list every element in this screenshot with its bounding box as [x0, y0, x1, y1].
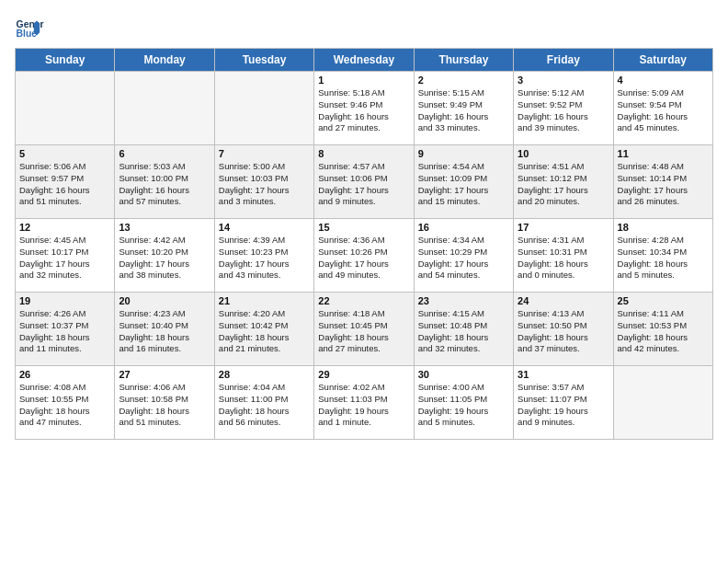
- day-info: Sunrise: 4:11 AM Sunset: 10:53 PM Daylig…: [618, 308, 709, 355]
- day-info: Sunrise: 5:09 AM Sunset: 9:54 PM Dayligh…: [618, 87, 709, 134]
- day-number: 9: [418, 148, 509, 159]
- day-number: 18: [618, 222, 709, 233]
- calendar-cell: [613, 366, 712, 440]
- day-number: 23: [418, 295, 509, 306]
- calendar-cell: 8Sunrise: 4:57 AM Sunset: 10:06 PM Dayli…: [314, 145, 414, 219]
- day-info: Sunrise: 4:39 AM Sunset: 10:23 PM Daylig…: [219, 235, 310, 282]
- day-info: Sunrise: 4:42 AM Sunset: 10:20 PM Daylig…: [119, 235, 210, 282]
- calendar-cell: 10Sunrise: 4:51 AM Sunset: 10:12 PM Dayl…: [514, 145, 613, 219]
- page-header: General Blue: [15, 15, 713, 44]
- day-info: Sunrise: 4:13 AM Sunset: 10:50 PM Daylig…: [518, 308, 609, 355]
- day-number: 1: [318, 75, 409, 86]
- calendar-cell: 22Sunrise: 4:18 AM Sunset: 10:45 PM Dayl…: [314, 293, 414, 366]
- calendar-cell: [16, 72, 115, 145]
- calendar-cell: 3Sunrise: 5:12 AM Sunset: 9:52 PM Daylig…: [514, 72, 613, 145]
- calendar-cell: 24Sunrise: 4:13 AM Sunset: 10:50 PM Dayl…: [514, 293, 613, 366]
- day-info: Sunrise: 4:51 AM Sunset: 10:12 PM Daylig…: [518, 161, 609, 208]
- calendar-cell: 7Sunrise: 5:00 AM Sunset: 10:03 PM Dayli…: [214, 145, 313, 219]
- day-info: Sunrise: 4:45 AM Sunset: 10:17 PM Daylig…: [19, 235, 110, 282]
- day-info: Sunrise: 4:04 AM Sunset: 11:00 PM Daylig…: [219, 382, 310, 429]
- logo-icon: General Blue: [15, 15, 44, 44]
- calendar-cell: [115, 72, 214, 145]
- day-info: Sunrise: 4:36 AM Sunset: 10:26 PM Daylig…: [318, 235, 409, 282]
- calendar-cell: 20Sunrise: 4:23 AM Sunset: 10:40 PM Dayl…: [115, 293, 214, 366]
- calendar-cell: [214, 72, 313, 145]
- calendar-cell: 14Sunrise: 4:39 AM Sunset: 10:23 PM Dayl…: [214, 219, 313, 293]
- day-info: Sunrise: 4:18 AM Sunset: 10:45 PM Daylig…: [318, 308, 409, 355]
- day-number: 7: [219, 148, 310, 159]
- calendar-cell: 31Sunrise: 3:57 AM Sunset: 11:07 PM Dayl…: [514, 366, 613, 440]
- day-number: 27: [119, 369, 210, 380]
- day-info: Sunrise: 3:57 AM Sunset: 11:07 PM Daylig…: [518, 382, 609, 429]
- calendar-table: SundayMondayTuesdayWednesdayThursdayFrid…: [15, 48, 713, 440]
- day-number: 29: [318, 369, 409, 380]
- day-info: Sunrise: 4:00 AM Sunset: 11:05 PM Daylig…: [418, 382, 509, 429]
- calendar-cell: 6Sunrise: 5:03 AM Sunset: 10:00 PM Dayli…: [115, 145, 214, 219]
- day-number: 8: [318, 148, 409, 159]
- calendar-cell: 11Sunrise: 4:48 AM Sunset: 10:14 PM Dayl…: [613, 145, 712, 219]
- calendar-cell: 18Sunrise: 4:28 AM Sunset: 10:34 PM Dayl…: [613, 219, 712, 293]
- logo: General Blue: [15, 15, 44, 44]
- day-number: 14: [219, 222, 310, 233]
- calendar-cell: 17Sunrise: 4:31 AM Sunset: 10:31 PM Dayl…: [514, 219, 613, 293]
- day-number: 26: [19, 369, 110, 380]
- day-info: Sunrise: 4:08 AM Sunset: 10:55 PM Daylig…: [19, 382, 110, 429]
- calendar-cell: 25Sunrise: 4:11 AM Sunset: 10:53 PM Dayl…: [613, 293, 712, 366]
- day-number: 16: [418, 222, 509, 233]
- calendar-cell: 27Sunrise: 4:06 AM Sunset: 10:58 PM Dayl…: [115, 366, 214, 440]
- calendar-cell: 29Sunrise: 4:02 AM Sunset: 11:03 PM Dayl…: [314, 366, 414, 440]
- day-info: Sunrise: 4:28 AM Sunset: 10:34 PM Daylig…: [618, 235, 709, 282]
- day-header-monday: Monday: [115, 49, 214, 72]
- day-info: Sunrise: 5:18 AM Sunset: 9:46 PM Dayligh…: [318, 87, 409, 134]
- day-number: 5: [19, 148, 110, 159]
- day-info: Sunrise: 4:48 AM Sunset: 10:14 PM Daylig…: [618, 161, 709, 208]
- day-header-sunday: Sunday: [16, 49, 115, 72]
- calendar-cell: 2Sunrise: 5:15 AM Sunset: 9:49 PM Daylig…: [414, 72, 513, 145]
- day-header-friday: Friday: [514, 49, 613, 72]
- day-header-saturday: Saturday: [613, 49, 712, 72]
- day-number: 22: [318, 295, 409, 306]
- day-number: 20: [119, 295, 210, 306]
- day-info: Sunrise: 4:02 AM Sunset: 11:03 PM Daylig…: [318, 382, 409, 429]
- calendar-cell: 12Sunrise: 4:45 AM Sunset: 10:17 PM Dayl…: [16, 219, 115, 293]
- calendar-cell: 9Sunrise: 4:54 AM Sunset: 10:09 PM Dayli…: [414, 145, 513, 219]
- day-number: 25: [618, 295, 709, 306]
- day-number: 11: [618, 148, 709, 159]
- day-number: 2: [418, 75, 509, 86]
- day-info: Sunrise: 4:31 AM Sunset: 10:31 PM Daylig…: [518, 235, 609, 282]
- day-info: Sunrise: 4:23 AM Sunset: 10:40 PM Daylig…: [119, 308, 210, 355]
- day-number: 15: [318, 222, 409, 233]
- day-number: 3: [518, 75, 609, 86]
- day-info: Sunrise: 5:12 AM Sunset: 9:52 PM Dayligh…: [518, 87, 609, 134]
- day-info: Sunrise: 5:06 AM Sunset: 9:57 PM Dayligh…: [19, 161, 110, 208]
- day-number: 12: [19, 222, 110, 233]
- day-info: Sunrise: 4:57 AM Sunset: 10:06 PM Daylig…: [318, 161, 409, 208]
- calendar-cell: 21Sunrise: 4:20 AM Sunset: 10:42 PM Dayl…: [214, 293, 313, 366]
- day-number: 10: [518, 148, 609, 159]
- calendar-cell: 1Sunrise: 5:18 AM Sunset: 9:46 PM Daylig…: [314, 72, 414, 145]
- day-number: 19: [19, 295, 110, 306]
- calendar-cell: 16Sunrise: 4:34 AM Sunset: 10:29 PM Dayl…: [414, 219, 513, 293]
- day-number: 13: [119, 222, 210, 233]
- calendar-cell: 19Sunrise: 4:26 AM Sunset: 10:37 PM Dayl…: [16, 293, 115, 366]
- day-info: Sunrise: 4:15 AM Sunset: 10:48 PM Daylig…: [418, 308, 509, 355]
- day-header-tuesday: Tuesday: [214, 49, 313, 72]
- day-number: 4: [618, 75, 709, 86]
- day-info: Sunrise: 4:06 AM Sunset: 10:58 PM Daylig…: [119, 382, 210, 429]
- day-info: Sunrise: 5:00 AM Sunset: 10:03 PM Daylig…: [219, 161, 310, 208]
- day-number: 28: [219, 369, 310, 380]
- day-number: 30: [418, 369, 509, 380]
- day-number: 6: [119, 148, 210, 159]
- calendar-cell: 23Sunrise: 4:15 AM Sunset: 10:48 PM Dayl…: [414, 293, 513, 366]
- day-info: Sunrise: 4:54 AM Sunset: 10:09 PM Daylig…: [418, 161, 509, 208]
- day-info: Sunrise: 5:15 AM Sunset: 9:49 PM Dayligh…: [418, 87, 509, 134]
- calendar-cell: 26Sunrise: 4:08 AM Sunset: 10:55 PM Dayl…: [16, 366, 115, 440]
- calendar-cell: 13Sunrise: 4:42 AM Sunset: 10:20 PM Dayl…: [115, 219, 214, 293]
- calendar-cell: 15Sunrise: 4:36 AM Sunset: 10:26 PM Dayl…: [314, 219, 414, 293]
- calendar-cell: 4Sunrise: 5:09 AM Sunset: 9:54 PM Daylig…: [613, 72, 712, 145]
- day-number: 31: [518, 369, 609, 380]
- day-info: Sunrise: 5:03 AM Sunset: 10:00 PM Daylig…: [119, 161, 210, 208]
- calendar-cell: 28Sunrise: 4:04 AM Sunset: 11:00 PM Dayl…: [214, 366, 313, 440]
- day-info: Sunrise: 4:20 AM Sunset: 10:42 PM Daylig…: [219, 308, 310, 355]
- calendar-cell: 5Sunrise: 5:06 AM Sunset: 9:57 PM Daylig…: [16, 145, 115, 219]
